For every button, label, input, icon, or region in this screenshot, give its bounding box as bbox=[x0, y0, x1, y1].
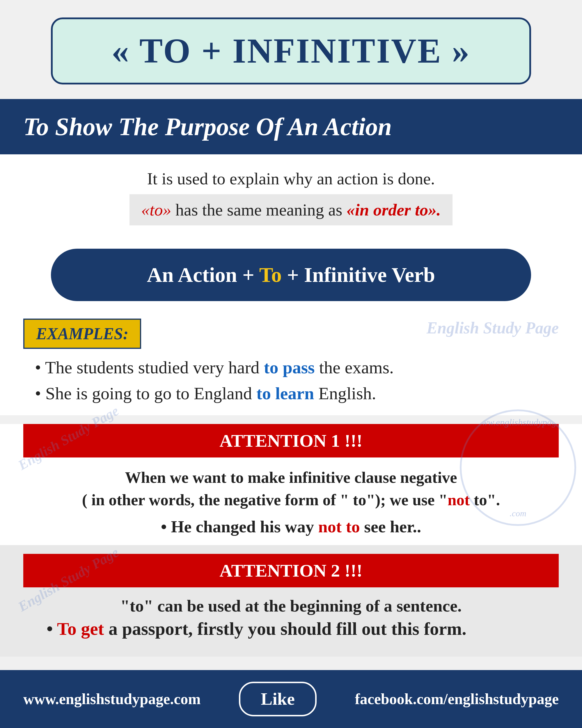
example1-highlight: to pass bbox=[264, 358, 314, 377]
attention1-header-text: ATTENTION 1 !!! bbox=[219, 431, 362, 450]
desc-middle: has the same meaning as bbox=[171, 200, 346, 219]
blue-banner-text: To Show The Purpose Of An Action bbox=[23, 112, 559, 141]
attention2-header-text: ATTENTION 2 !!! bbox=[219, 561, 362, 580]
desc-to: «to» bbox=[141, 200, 171, 219]
oval-section: An Action + To + Infinitive Verb bbox=[0, 234, 582, 310]
att1-ex-before: • He changed his way bbox=[161, 517, 318, 536]
example1-after: the exams. bbox=[314, 358, 394, 377]
attention1-section: English Study Page www.englishstudypage … bbox=[0, 415, 582, 545]
example-item-2: • She is going to go to England to learn… bbox=[23, 384, 559, 404]
example2-after: English. bbox=[314, 384, 376, 403]
watermark-center: English Study Page bbox=[426, 318, 559, 337]
footer-right-url: facebook.com/englishstudypage bbox=[355, 691, 559, 708]
title-section: « TO + INFINITIVE » bbox=[51, 18, 531, 84]
oval-part1: An Action + bbox=[147, 263, 259, 287]
attention1-line2: ( in other words, the negative form of "… bbox=[23, 489, 559, 511]
like-button[interactable]: Like bbox=[239, 682, 316, 717]
desc-line1: It is used to explain why an action is d… bbox=[23, 169, 559, 188]
att2-ex-after: a passport, firstly you should fill out … bbox=[104, 619, 466, 639]
oval-container: An Action + To + Infinitive Verb bbox=[51, 249, 531, 301]
attention2-example: • To get a passport, firstly you should … bbox=[23, 619, 559, 639]
footer: www.englishstudypage.com Like facebook.c… bbox=[0, 670, 582, 728]
description-section: It is used to explain why an action is d… bbox=[0, 154, 582, 234]
attention1-body: When we want to make infinitive clause n… bbox=[0, 458, 582, 545]
attention1-text: When we want to make infinitive clause n… bbox=[23, 466, 559, 511]
main-title: « TO + INFINITIVE » bbox=[76, 31, 506, 71]
blue-banner: To Show The Purpose Of An Action bbox=[0, 99, 582, 154]
att2-ex-highlight: To get bbox=[57, 619, 104, 639]
attention2-body: "to" can be used at the beginning of a s… bbox=[0, 587, 582, 648]
examples-badge-text: EXAMPLES: bbox=[36, 325, 128, 343]
example2-before: She is going to go to England bbox=[46, 384, 256, 403]
att2-ex-before: • bbox=[47, 619, 57, 639]
attention1-example: • He changed his way not to see her.. bbox=[23, 517, 559, 537]
attention1-line1: When we want to make infinitive clause n… bbox=[23, 466, 559, 489]
example2-highlight: to learn bbox=[256, 384, 314, 403]
examples-section: English Study Page EXAMPLES: • The stude… bbox=[0, 310, 582, 415]
attention1-not: not bbox=[448, 491, 470, 509]
att1-ex-highlight: not to bbox=[318, 517, 360, 536]
desc-in-order: «in order to». bbox=[347, 200, 441, 219]
page-wrapper: « TO + INFINITIVE » To Show The Purpose … bbox=[0, 0, 582, 728]
examples-badge: EXAMPLES: bbox=[23, 318, 141, 349]
oval-part3: + Infinitive Verb bbox=[287, 263, 435, 287]
attention2-section: English Study Page ATTENTION 2 !!! "to" … bbox=[0, 545, 582, 657]
like-text: Like bbox=[261, 689, 295, 708]
attention2-header: ATTENTION 2 !!! bbox=[23, 554, 559, 587]
example-item-1: • The students studied very hard to pass… bbox=[23, 358, 559, 378]
desc-line2: «to» has the same meaning as «in order t… bbox=[130, 194, 452, 225]
att1-ex-after: see her.. bbox=[360, 517, 421, 536]
oval-text: An Action + To + Infinitive Verb bbox=[147, 263, 435, 287]
attention1-header: ATTENTION 1 !!! bbox=[23, 424, 559, 458]
example1-before: The students studied very hard bbox=[45, 358, 264, 377]
footer-left-url: www.englishstudypage.com bbox=[23, 691, 201, 708]
attention1-end: to". bbox=[470, 491, 500, 509]
attention2-text: "to" can be used at the beginning of a s… bbox=[23, 596, 559, 616]
oval-part2: To bbox=[259, 263, 287, 287]
